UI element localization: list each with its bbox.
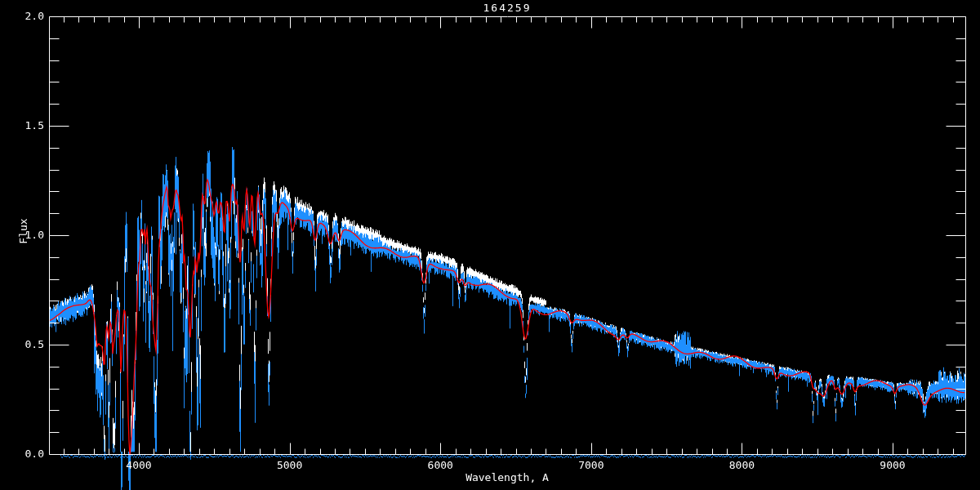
plot-title: 164259 — [49, 2, 965, 14]
y-tick-label: 0.5 — [16, 338, 44, 350]
x-tick-label: 9000 — [868, 459, 917, 471]
y-tick-label: 0.0 — [16, 448, 44, 460]
y-tick-label: 1.0 — [16, 229, 44, 241]
spectrum-plot-canvas — [0, 0, 980, 490]
y-tick-label: 1.5 — [16, 119, 44, 131]
x-tick-label: 5000 — [265, 459, 314, 471]
x-tick-label: 6000 — [416, 459, 465, 471]
x-tick-label: 4000 — [114, 459, 163, 471]
x-axis-label: Wavelength, A — [49, 471, 965, 483]
spectrum-figure: 164259 Flux Wavelength, A 40005000600070… — [0, 0, 980, 490]
x-tick-label: 7000 — [567, 459, 616, 471]
y-tick-label: 2.0 — [16, 10, 44, 22]
x-tick-label: 8000 — [717, 459, 766, 471]
